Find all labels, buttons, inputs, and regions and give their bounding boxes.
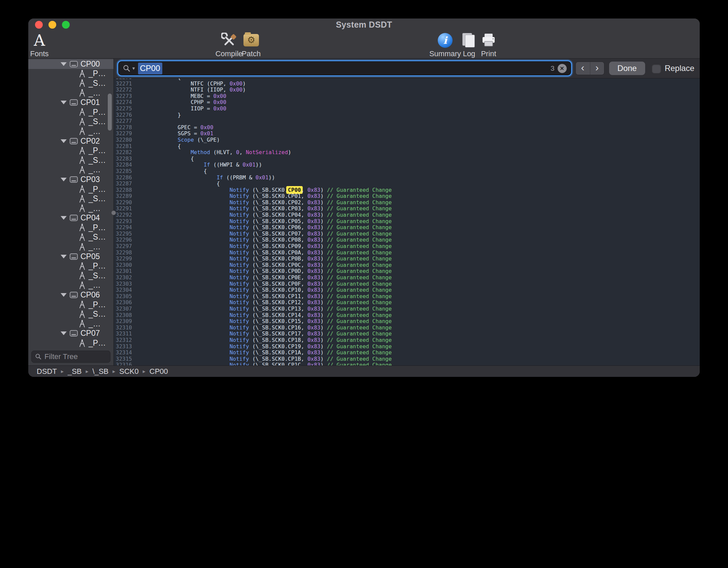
close-button[interactable] [35, 21, 43, 29]
code-line[interactable]: 32308 Notify (\_SB.SCK0.CP14, 0x83) // G… [114, 312, 700, 319]
tree-child-item[interactable]: _P… [28, 69, 113, 79]
disclosure-triangle-icon[interactable] [61, 255, 67, 258]
code-line[interactable]: 32294 Notify (\_SB.SCK0.CP06, 0x83) // G… [114, 224, 700, 231]
code-line[interactable]: 32304 Notify (\_SB.SCK0.CP10, 0x83) // G… [114, 287, 700, 293]
tree-child-item[interactable]: _S… [28, 271, 113, 281]
disclosure-triangle-icon[interactable] [61, 293, 67, 297]
code-line[interactable]: 32300 Notify (\_SB.SCK0.CP0C, 0x83) // G… [114, 262, 700, 269]
tree-child-item[interactable]: _P… [28, 107, 113, 117]
disclosure-triangle-icon[interactable] [61, 331, 67, 335]
tree-child-item[interactable]: _P… [28, 261, 113, 271]
tree-child-item[interactable]: _… [28, 127, 113, 136]
disclosure-triangle-icon[interactable] [61, 178, 67, 181]
code-line[interactable]: 32289 Notify (\_SB.SCK0.CP01, 0x83) // G… [114, 193, 700, 200]
disclosure-triangle-icon[interactable] [61, 101, 67, 104]
code-line[interactable]: 32278 GPEC = 0x00 [114, 125, 700, 131]
code-line[interactable]: 32298 Notify (\_SB.SCK0.CP0A, 0x83) // G… [114, 250, 700, 256]
tree-child-item[interactable]: _P… [28, 338, 113, 348]
search-input[interactable]: ▾ CP00 3 ✕ [119, 62, 571, 75]
find-previous-button[interactable]: ‹ [576, 62, 590, 75]
code-line[interactable]: 32307 Notify (\_SB.SCK0.CP13, 0x83) // G… [114, 306, 700, 312]
find-next-button[interactable]: › [590, 62, 604, 75]
tree-child-item[interactable]: _… [28, 204, 113, 213]
tree-item-CP01[interactable]: CP01 [28, 98, 113, 107]
code-line[interactable]: 32309 Notify (\_SB.SCK0.CP15, 0x83) // G… [114, 318, 700, 325]
tree-item-CP06[interactable]: CP06 [28, 290, 113, 300]
tree-child-item[interactable]: _P… [28, 300, 113, 310]
code-line[interactable]: 32283 { [114, 156, 700, 162]
fonts-button[interactable]: A Fonts [28, 32, 58, 58]
tree-child-item[interactable]: _… [28, 165, 113, 175]
code-line[interactable]: 32279 SGPS = 0x01 [114, 131, 700, 137]
tree-child-item[interactable]: _P… [28, 223, 113, 233]
zoom-button[interactable] [62, 21, 70, 29]
tree-item-CP03[interactable]: CP03 [28, 175, 113, 184]
code-line[interactable]: 32281 { [114, 143, 700, 150]
breadcrumb-item[interactable]: DSDT [37, 367, 57, 376]
tree-child-item[interactable]: _S… [28, 78, 113, 88]
code-line[interactable]: 32295 Notify (\_SB.SCK0.CP07, 0x83) // G… [114, 231, 700, 237]
tree-child-item[interactable]: _S… [28, 233, 113, 242]
code-line[interactable]: 32297 Notify (\_SB.SCK0.CP09, 0x83) // G… [114, 243, 700, 250]
tree-item-CP05[interactable]: CP05 [28, 252, 113, 261]
code-editor[interactable]: 32270 {32271 NTFC (CPHP, 0x00)32272 NTFI… [114, 78, 700, 365]
tree-child-item[interactable]: _… [28, 242, 113, 252]
tree-child-item[interactable]: _… [28, 319, 113, 329]
tree-child-item[interactable]: _S… [28, 194, 113, 204]
chevron-down-icon[interactable]: ▾ [132, 65, 135, 71]
code-line[interactable]: 32290 Notify (\_SB.SCK0.CP02, 0x83) // G… [114, 200, 700, 206]
tree-child-item[interactable]: _P… [28, 184, 113, 194]
code-line[interactable]: 32293 Notify (\_SB.SCK0.CP05, 0x83) // G… [114, 218, 700, 225]
tree-child-item[interactable]: _P… [28, 146, 113, 155]
tree-child-item[interactable]: _… [28, 88, 113, 98]
code-line[interactable]: 32288 Notify (\_SB.SCK0.CP00, 0x83) // G… [114, 187, 700, 193]
print-button[interactable]: Print [470, 32, 507, 58]
tree-item-CP04[interactable]: CP04 [28, 213, 113, 223]
code-line[interactable]: 32296 Notify (\_SB.SCK0.CP08, 0x83) // G… [114, 237, 700, 243]
code-line[interactable]: 32280 Scope (\_GPE) [114, 137, 700, 143]
code-line[interactable]: 32276 } [114, 112, 700, 118]
sidebar-scrollbar[interactable] [108, 94, 112, 131]
code-line[interactable]: 32291 Notify (\_SB.SCK0.CP03, 0x83) // G… [114, 206, 700, 212]
breadcrumb-item[interactable]: CP00 [150, 367, 168, 376]
disclosure-triangle-icon[interactable] [61, 216, 67, 220]
filter-tree-field[interactable] [31, 351, 110, 363]
disclosure-triangle-icon[interactable] [61, 139, 67, 143]
code-line[interactable]: 32287 { [114, 181, 700, 187]
code-line[interactable]: 32282 Method (HLVT, 0, NotSerialized) [114, 149, 700, 156]
code-line[interactable]: 32312 Notify (\_SB.SCK0.CP18, 0x83) // G… [114, 337, 700, 344]
tree-child-item[interactable]: _S… [28, 348, 113, 349]
tree-item-CP02[interactable]: CP02 [28, 136, 113, 146]
tree-item-CP07[interactable]: CP07 [28, 329, 113, 339]
disclosure-triangle-icon[interactable] [61, 62, 67, 66]
minimize-button[interactable] [48, 21, 56, 29]
search-icon[interactable] [123, 64, 131, 72]
patch-button[interactable]: ⚙ Patch [233, 32, 270, 58]
code-line[interactable]: 32301 Notify (\_SB.SCK0.CP0D, 0x83) // G… [114, 268, 700, 275]
code-line[interactable]: 32316 Notify (\_SB.SCK0.CP1C, 0x83) // G… [114, 362, 700, 365]
code-line[interactable]: 32275 IIOP = 0x00 [114, 106, 700, 112]
filter-tree-input[interactable] [44, 352, 107, 361]
code-line[interactable]: 32277 [114, 118, 700, 125]
code-line[interactable]: 32302 Notify (\_SB.SCK0.CP0E, 0x83) // G… [114, 275, 700, 281]
tree-child-item[interactable]: _S… [28, 117, 113, 127]
tree-child-item[interactable]: _S… [28, 155, 113, 165]
code-line[interactable]: 32310 Notify (\_SB.SCK0.CP16, 0x83) // G… [114, 325, 700, 331]
code-line[interactable]: 32292 Notify (\_SB.SCK0.CP04, 0x83) // G… [114, 212, 700, 218]
code-line[interactable]: 32311 Notify (\_SB.SCK0.CP17, 0x83) // G… [114, 331, 700, 337]
code-line[interactable]: 32286 If ((PRBM & 0x01)) [114, 175, 700, 181]
breadcrumb-item[interactable]: SCK0 [119, 367, 138, 376]
breadcrumb-item[interactable]: _SB [68, 367, 82, 376]
tree-child-item[interactable]: _… [28, 281, 113, 290]
code-line[interactable]: 32313 Notify (\_SB.SCK0.CP19, 0x83) // G… [114, 344, 700, 350]
code-line[interactable]: 32272 NTFI (IIOP, 0x00) [114, 87, 700, 93]
tree-child-item[interactable]: _S… [28, 309, 113, 319]
code-line[interactable]: 32303 Notify (\_SB.SCK0.CP0F, 0x83) // G… [114, 281, 700, 287]
splitter-handle[interactable] [111, 211, 116, 215]
code-line[interactable]: 32285 { [114, 168, 700, 175]
code-line[interactable]: 32299 Notify (\_SB.SCK0.CP0B, 0x83) // G… [114, 256, 700, 262]
code-line[interactable]: 32284 If ((HWPI & 0x01)) [114, 162, 700, 168]
code-line[interactable]: 32274 CPHP = 0x00 [114, 99, 700, 106]
code-line[interactable]: 32305 Notify (\_SB.SCK0.CP11, 0x83) // G… [114, 293, 700, 300]
code-line[interactable]: 32306 Notify (\_SB.SCK0.CP12, 0x83) // G… [114, 299, 700, 306]
